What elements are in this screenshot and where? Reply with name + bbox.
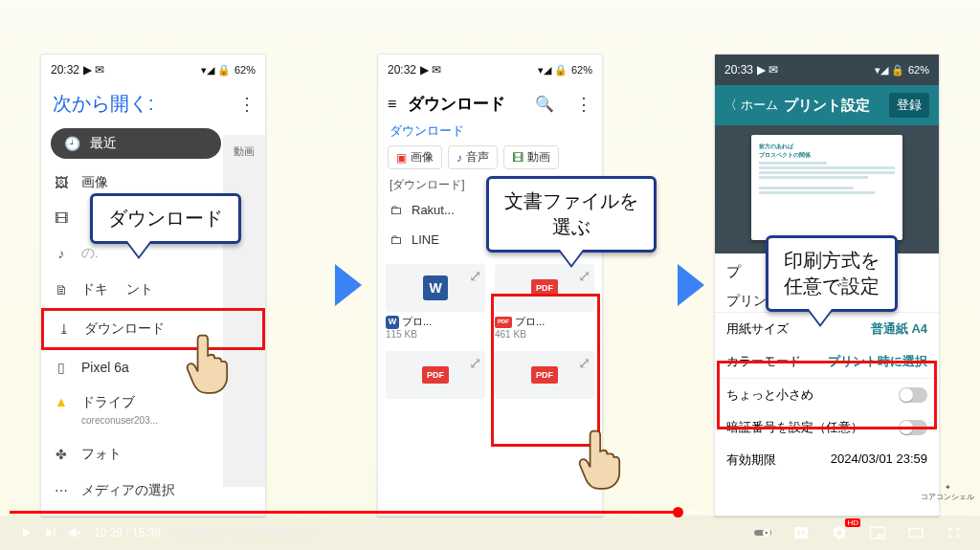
time-display: 10:39 / 15:38 xyxy=(94,526,161,539)
downloads-title: ダウンロード xyxy=(408,93,505,115)
progress-bar[interactable] xyxy=(10,511,970,514)
status-icons: ▾◢ 🔒 62% xyxy=(201,64,256,77)
chevron-right-icon: › xyxy=(310,526,314,539)
callout-print-settings: 印刷方式を任意で設定 xyxy=(766,235,898,312)
search-icon[interactable]: 🔍 xyxy=(535,95,554,113)
pdf-icon: PDF xyxy=(422,366,449,384)
brand-watermark: ✦コアコンシェル xyxy=(921,483,974,502)
status-icons: ▾◢ 🔒 62% xyxy=(538,64,592,77)
folder-icon: 🗀 xyxy=(390,203,402,217)
recent-chip[interactable]: 🕘最近 xyxy=(51,128,221,159)
progress-fill xyxy=(10,511,678,514)
list-item[interactable]: ▲ドライブcoreconuser203... xyxy=(41,385,265,436)
status-bar: 20:32 ▶ ✉ ▾◢ 🔒 62% xyxy=(41,55,265,85)
pointing-hand-icon xyxy=(184,331,230,394)
pdf-icon: PDF xyxy=(531,279,558,297)
file-tile[interactable]: ⤢PDF PDF プロ... 461 KB xyxy=(491,258,598,343)
list-item[interactable]: ✤フォト xyxy=(41,436,265,473)
back-button[interactable]: 〈 ホーム xyxy=(724,97,778,114)
filter-video[interactable]: 🎞動画 xyxy=(503,145,559,169)
toggle-icon xyxy=(899,387,927,403)
video-icon: 🎞 xyxy=(53,210,70,226)
callout-select-file: 文書ファイルを選ぶ xyxy=(486,176,657,253)
list-item[interactable]: ▯Pixel 6a xyxy=(41,350,265,385)
expand-icon: ⤢ xyxy=(578,354,591,367)
phone-screenshot-2: 20:32 ▶ ✉ ▾◢ 🔒 62% ≡ ダウンロード 🔍 ⋮ ダウンロード ▣… xyxy=(377,54,603,517)
open-from-title: 次から開く: xyxy=(53,91,154,117)
arrow-right-icon xyxy=(335,264,362,306)
filter-images[interactable]: ▣画像 xyxy=(388,145,442,169)
media-icon: ⋯ xyxy=(53,483,70,498)
more-icon[interactable]: ⋮ xyxy=(238,94,256,115)
list-item[interactable]: ⋯メディアの選択 xyxy=(41,473,265,509)
filter-audio[interactable]: ♪音声 xyxy=(448,145,498,169)
clock-icon: 🕘 xyxy=(64,136,80,151)
list-item[interactable]: 🗎ドキ ント xyxy=(41,272,265,308)
expand-icon: ⤢ xyxy=(469,354,482,367)
captions-button[interactable] xyxy=(789,524,813,541)
status-bar: 20:32 ▶ ✉ ▾◢ 🔒 62% xyxy=(378,55,602,85)
screen-title: プリント設定 xyxy=(784,97,889,115)
toggle-icon xyxy=(899,420,927,435)
document-preview: 前方のあればプロスペクトの関係 xyxy=(715,125,939,253)
expand-icon: ⤢ xyxy=(578,267,591,280)
doc-icon: 🗎 xyxy=(53,282,70,297)
hd-badge: HD xyxy=(845,518,860,527)
pointing-hand-icon xyxy=(576,427,622,490)
autoplay-toggle[interactable] xyxy=(750,524,775,541)
more-icon[interactable]: ⋮ xyxy=(575,94,592,115)
hamburger-icon[interactable]: ≡ xyxy=(388,96,396,113)
theater-button[interactable] xyxy=(903,524,928,541)
shrink-toggle[interactable]: ちょっと小さめ xyxy=(715,379,939,411)
play-button[interactable] xyxy=(13,524,38,541)
breadcrumb: ダウンロード xyxy=(378,122,602,145)
callout-download: ダウンロード xyxy=(90,193,241,244)
file-grid: ⤢W W プロ... 115 KB ⤢PDF PDF プロ... 461 KB … xyxy=(378,254,602,410)
word-icon: W xyxy=(423,275,448,300)
pin-toggle[interactable]: 暗証番号を設定（任意） xyxy=(715,411,939,444)
phone-icon: ▯ xyxy=(53,360,70,375)
download-item[interactable]: ⤓ダウンロード xyxy=(41,308,265,350)
clock: 20:32 xyxy=(388,63,416,77)
clock: 20:32 xyxy=(51,63,79,77)
image-icon: 🖼 xyxy=(53,175,70,190)
phone-screenshot-1: 20:32 ▶ ✉ ▾◢ 🔒 62% 次から開く: ⋮ 動画 🕘最近 🖼画像 🎞… xyxy=(40,54,266,517)
tutorial-canvas: 20:32 ▶ ✉ ▾◢ 🔒 62% 次から開く: ⋮ 動画 🕘最近 🖼画像 🎞… xyxy=(40,54,940,505)
file-tile[interactable]: ⤢PDF xyxy=(491,345,598,407)
expand-icon: ⤢ xyxy=(469,267,482,280)
mute-button[interactable] xyxy=(63,524,88,541)
next-button[interactable] xyxy=(38,524,63,541)
file-tile[interactable]: ⤢W W プロ... 115 KB xyxy=(382,258,489,343)
fullscreen-button[interactable] xyxy=(942,524,967,541)
miniplayer-button[interactable] xyxy=(865,524,890,541)
chapter-button[interactable]: ・文書ファイルの印刷方法› xyxy=(168,525,314,541)
expiry-row: 有効期限2024/03/01 23:59 xyxy=(715,444,939,478)
player-controls: 10:39 / 15:38 ・文書ファイルの印刷方法› HD xyxy=(0,516,980,550)
clock: 20:33 xyxy=(724,63,753,77)
filter-tabs: ▣画像 ♪音声 🎞動画 xyxy=(378,145,602,175)
status-icons: ▾◢ 🔒 62% xyxy=(875,64,929,77)
download-icon: ⤓ xyxy=(56,321,73,337)
arrow-right-icon xyxy=(678,264,704,306)
pdf-icon: PDF xyxy=(531,366,558,384)
status-bar: 20:33 ▶ ✉ ▾◢ 🔒 62% xyxy=(715,55,939,85)
file-tile[interactable]: ⤢PDF xyxy=(382,345,489,407)
register-button[interactable]: 登録 xyxy=(889,93,929,118)
settings-button[interactable]: HD xyxy=(827,524,852,541)
drive-icon: ▲ xyxy=(53,394,70,409)
photos-icon: ✤ xyxy=(53,447,70,462)
audio-icon: ♪ xyxy=(53,246,70,261)
video-frame: 20:32 ▶ ✉ ▾◢ 🔒 62% 次から開く: ⋮ 動画 🕘最近 🖼画像 🎞… xyxy=(0,0,980,550)
app-bar: 〈 ホーム プリント設定 登録 xyxy=(715,85,939,125)
color-mode-row[interactable]: カラーモードプリント時に選択 xyxy=(715,345,939,379)
folder-icon: 🗀 xyxy=(390,232,402,247)
